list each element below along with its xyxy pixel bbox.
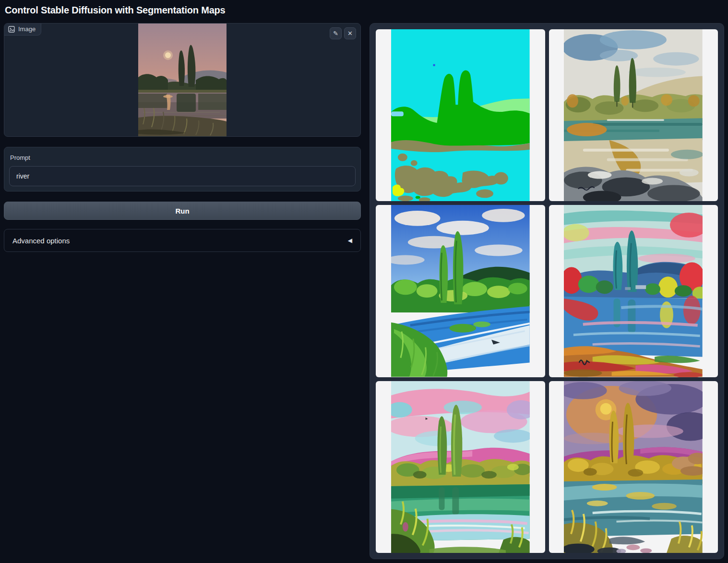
image-label-text: Image bbox=[18, 25, 36, 33]
gallery-image-3 bbox=[391, 205, 530, 377]
gallery-image-6 bbox=[564, 381, 703, 553]
advanced-options-accordion[interactable]: Advanced options ◀ bbox=[4, 229, 361, 252]
image-stage bbox=[4, 24, 360, 136]
page-title: Control Stable Diffusion with Segmentati… bbox=[5, 5, 723, 16]
uploaded-image bbox=[138, 24, 227, 136]
gallery-item[interactable] bbox=[376, 205, 545, 377]
pencil-icon: ✎ bbox=[333, 30, 338, 36]
image-icon bbox=[8, 26, 15, 33]
gallery-item[interactable] bbox=[549, 205, 718, 377]
left-column: Image ✎ ✕ bbox=[4, 23, 361, 252]
prompt-label: Prompt bbox=[10, 154, 355, 161]
output-gallery bbox=[370, 23, 724, 559]
x-icon: ✕ bbox=[347, 30, 353, 36]
prompt-block: Prompt bbox=[4, 147, 361, 192]
app-root: Control Stable Diffusion with Segmentati… bbox=[0, 0, 728, 563]
prompt-input[interactable] bbox=[9, 166, 356, 186]
gallery-image-5 bbox=[391, 381, 530, 553]
image-label: Image bbox=[4, 24, 41, 36]
gallery-item[interactable] bbox=[376, 29, 545, 201]
gallery-image-2 bbox=[564, 29, 703, 201]
gallery-item[interactable] bbox=[549, 29, 718, 201]
chevron-left-icon: ◀ bbox=[348, 237, 352, 244]
edit-image-button[interactable]: ✎ bbox=[330, 27, 342, 39]
image-input-block[interactable]: Image ✎ ✕ bbox=[4, 23, 361, 137]
main-columns: Image ✎ ✕ bbox=[4, 23, 724, 559]
image-toolbar: ✎ ✕ bbox=[330, 27, 356, 39]
gallery-image-1 bbox=[391, 29, 530, 201]
gallery-item[interactable] bbox=[376, 381, 545, 553]
gallery-image-4 bbox=[564, 205, 703, 377]
advanced-options-label: Advanced options bbox=[12, 237, 70, 245]
run-button[interactable]: Run bbox=[4, 202, 361, 220]
gallery-item[interactable] bbox=[549, 381, 718, 553]
clear-image-button[interactable]: ✕ bbox=[344, 27, 356, 39]
